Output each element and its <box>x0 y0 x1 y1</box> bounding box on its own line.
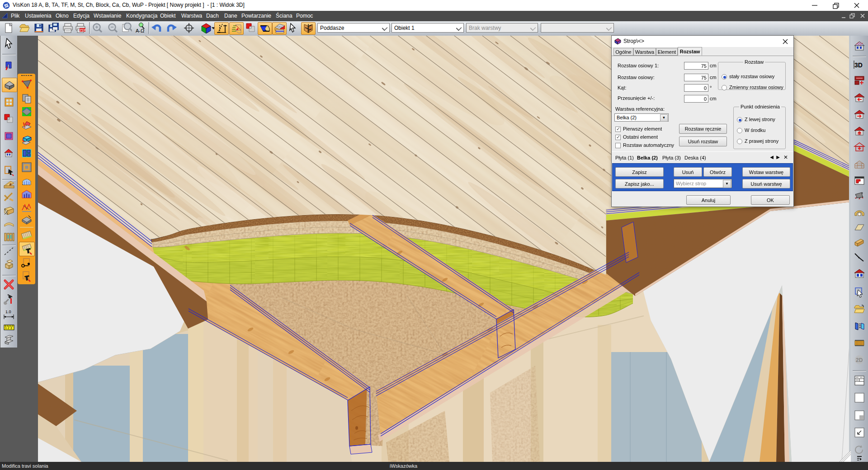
svg-text:1.0: 1.0 <box>5 310 11 314</box>
svg-text:2D: 2D <box>856 357 863 363</box>
svg-text:A-Ω: A-Ω <box>136 28 144 33</box>
svg-text:1 2 3: 1 2 3 <box>5 326 12 329</box>
svg-text:3D: 3D <box>854 61 863 69</box>
svg-text:PDF: PDF <box>80 28 86 32</box>
